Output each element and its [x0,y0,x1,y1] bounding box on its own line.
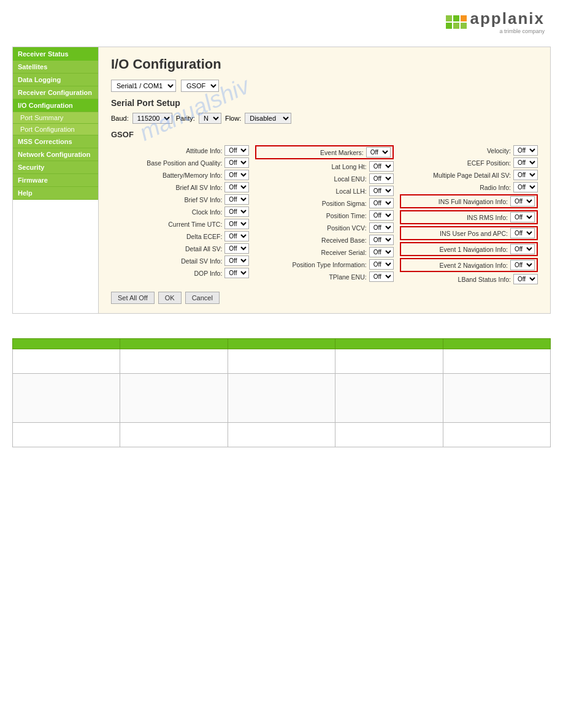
sidebar-item-mss-corrections[interactable]: MSS Corrections [13,135,98,148]
config-col-3: Velocity: Off1 ECEF Position: Off1 Multi… [400,145,538,284]
delta-ecef-select[interactable]: Off1 [224,231,249,241]
radio-info-label: Radio Info: [480,184,511,191]
sidebar-item-port-summary[interactable]: Port Summary [13,112,98,124]
ecef-position-select[interactable]: Off1 [513,157,538,168]
bottom-table [12,338,551,447]
local-enu-select[interactable]: Off1 [369,173,394,184]
multiple-page-select[interactable]: Off1 [513,170,538,180]
flow-label: Flow: [225,115,241,122]
base-position-select[interactable]: Off1 [224,157,249,168]
velocity-select[interactable]: Off1 [513,145,538,156]
receiver-serial-label: Receiver Serial: [321,249,367,256]
current-time-utc-select[interactable]: Off1 [224,219,249,229]
logo-subtitle: a trimble company [470,28,545,34]
sidebar-item-receiver-configuration[interactable]: Receiver Configuration [13,86,98,99]
cancel-button[interactable]: Cancel [185,292,220,304]
table-header-col3 [228,339,335,349]
table-header-col2 [120,339,228,349]
sidebar-item-port-configuration[interactable]: Port Configuration [13,124,98,135]
baud-label: Baud: [111,115,129,122]
event-markers-label: Event Markers: [320,149,364,156]
right-content: manualshiv I/O Configuration Serial1 / C… [99,47,550,313]
event1-nav-select[interactable]: Off1 [510,244,535,254]
local-enu-row: Local ENU: Off1 [255,173,393,184]
tplane-enu-select[interactable]: Off1 [369,271,394,282]
brief-sv-label: Brief SV Info: [184,196,222,203]
brief-sv-select[interactable]: Off1 [224,194,249,205]
brief-all-sv-select[interactable]: Off1 [224,182,249,192]
ecef-position-label: ECEF Position: [467,159,511,167]
ins-full-nav-label: INS Full Navigation Info: [439,198,508,205]
table-cell [335,374,443,423]
clock-info-row: Clock Info: Off1 [111,207,249,217]
position-type-label: Position Type Information: [292,261,366,268]
sidebar-item-receiver-status[interactable]: Receiver Status [13,47,98,61]
detail-all-sv-select[interactable]: Off1 [224,243,249,254]
delta-ecef-label: Delta ECEF: [186,233,222,240]
received-base-label: Received Base: [321,237,367,244]
table-cell [120,423,228,447]
table-cell [228,423,335,447]
position-type-select[interactable]: Off1 [369,259,394,270]
ins-rms-row: INS RMS Info: Off1 [400,210,538,224]
lband-status-select[interactable]: Off1 [513,274,538,284]
local-llh-select[interactable]: Off1 [369,186,394,196]
dop-info-select[interactable]: Off1 [224,268,249,278]
attitude-info-label: Attitude Info: [186,147,222,154]
position-sigma-select[interactable]: Off1 [369,198,394,208]
tplane-enu-row: TPlane ENU: Off1 [255,271,393,282]
table-cell [228,374,335,423]
position-vcv-select[interactable]: Off1 [369,222,394,233]
clock-info-select[interactable]: Off1 [224,207,249,217]
received-base-select[interactable]: Off1 [369,235,394,245]
table-cell [13,423,120,447]
local-llh-label: Local LLH: [335,188,366,195]
lat-long-ht-select[interactable]: Off1 [369,161,394,172]
table-cell [443,423,550,447]
flow-select[interactable]: Disabled Hardware Software [245,113,291,124]
sidebar-item-security[interactable]: Security [13,161,98,174]
set-all-off-button[interactable]: Set All Off [111,292,155,304]
ins-full-nav-select[interactable]: Off1 [510,196,535,207]
ins-rms-select[interactable]: Off1 [510,212,535,222]
sidebar-item-help[interactable]: Help [13,187,98,200]
ins-user-pos-select[interactable]: Off1 [510,228,535,238]
event2-nav-select[interactable]: Off1 [510,260,535,270]
attitude-info-select[interactable]: Off1 [224,145,249,156]
position-vcv-row: Position VCV: Off1 [255,222,393,233]
sidebar-item-io-configuration[interactable]: I/O Configuration [13,99,98,112]
position-time-select[interactable]: Off1 [369,210,394,221]
detail-sv-info-label: Detail SV Info: [181,257,222,265]
position-time-row: Position Time: Off1 [255,210,393,221]
baud-row: Baud: 115200 9600 19200 38400 57600 Pari… [111,113,538,124]
parity-label: Parity: [176,115,195,122]
table-header-col1 [13,339,120,349]
detail-sv-info-row: Detail SV Info: Off1 [111,256,249,266]
sidebar-item-satellites[interactable]: Satellites [13,61,98,74]
ok-button[interactable]: OK [158,292,182,304]
event-markers-select[interactable]: Off1 [366,147,391,157]
lat-long-ht-row: Lat Long Ht: Off1 [255,161,393,172]
baud-select[interactable]: 115200 9600 19200 38400 57600 [132,113,172,124]
parity-select[interactable]: N E O [199,113,221,124]
sidebar-item-network-configuration[interactable]: Network Configuration [13,148,98,161]
base-position-row: Base Position and Quality: Off1 [111,157,249,168]
radio-info-select[interactable]: Off1 [513,182,538,192]
ins-full-nav-row: INS Full Navigation Info: Off1 [400,194,538,208]
config-grid: Attitude Info: Off1 Base Position and Qu… [111,145,538,284]
sidebar-item-data-logging[interactable]: Data Logging [13,74,98,86]
detail-sv-info-select[interactable]: Off1 [224,256,249,266]
port-select[interactable]: Serial1 / COM1 Serial2 / COM2 [111,80,176,92]
port-row: Serial1 / COM1 Serial2 / COM2 GSOF RTCM … [111,80,538,92]
current-time-utc-row: Current Time UTC: Off1 [111,219,249,229]
battery-memory-select[interactable]: Off1 [224,170,249,180]
lband-status-label: LBand Status Info: [458,276,511,283]
brief-all-sv-label: Brief All SV Info: [175,184,222,191]
receiver-serial-select[interactable]: Off1 [369,247,394,257]
protocol-select[interactable]: GSOF RTCM CMR [181,80,219,92]
received-base-row: Received Base: Off1 [255,235,393,245]
main-wrapper: Receiver Status Satellites Data Logging … [0,40,563,320]
sidebar-item-firmware[interactable]: Firmware [13,174,98,187]
detail-all-sv-label: Detail All SV: [185,245,222,252]
lband-status-row: LBand Status Info: Off1 [400,274,538,284]
